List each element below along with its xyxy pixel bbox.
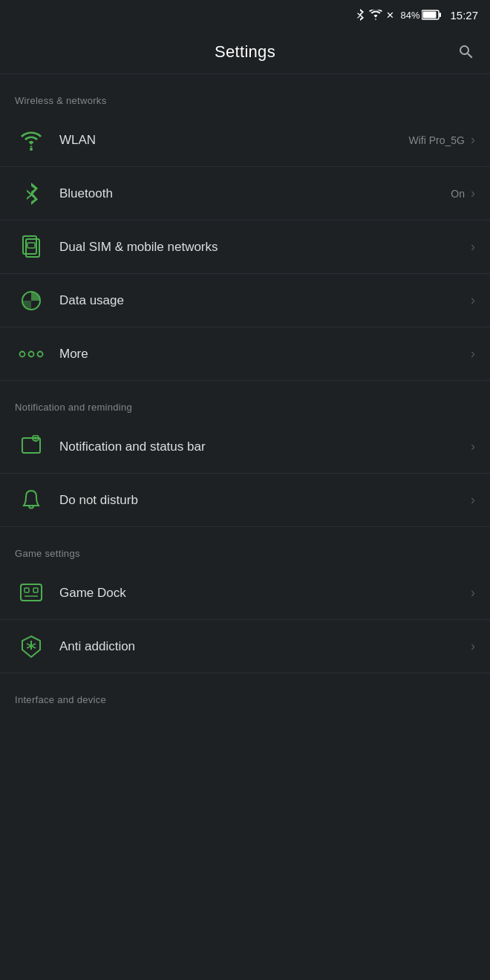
bluetooth-label: Bluetooth: [59, 186, 451, 201]
dual-sim-icon: [15, 231, 48, 264]
notification-bar-chevron: ›: [471, 439, 475, 454]
clock: 15:27: [450, 9, 478, 22]
dual-sim-label: Dual SIM & mobile networks: [59, 240, 465, 255]
dnd-label: Do not disturb: [59, 493, 465, 508]
settings-item-notification-bar[interactable]: Notification and status bar ›: [0, 420, 490, 474]
svg-rect-3: [423, 12, 437, 19]
bluetooth-status-icon: [355, 9, 365, 21]
status-icons: ✕ 84%: [355, 9, 441, 21]
section-header-game: Game settings: [0, 527, 490, 566]
data-usage-chevron: ›: [471, 293, 475, 308]
section-header-wireless: Wireless & networks: [0, 74, 490, 114]
bluetooth-icon: [15, 177, 48, 210]
settings-item-dnd[interactable]: Do not disturb ›: [0, 474, 490, 527]
settings-item-dual-sim[interactable]: Dual SIM & mobile networks ›: [0, 220, 490, 274]
dnd-icon: [15, 484, 48, 517]
wlan-icon: [15, 124, 48, 157]
data-usage-icon: [15, 284, 48, 317]
wlan-label: WLAN: [59, 133, 409, 148]
section-header-notification: Notification and reminding: [0, 381, 490, 420]
section-notification: Notification and reminding Notification …: [0, 381, 490, 527]
game-dock-label: Game Dock: [59, 586, 465, 601]
svg-point-11: [29, 351, 34, 356]
dual-sim-chevron: ›: [471, 239, 475, 255]
signal-status-icon: ✕: [386, 10, 396, 20]
battery-indicator: 84%: [400, 10, 441, 21]
notification-icon: [15, 431, 48, 463]
settings-item-anti-addiction[interactable]: Anti addiction ›: [0, 620, 490, 673]
wifi-status-icon: [369, 10, 382, 20]
section-interface: Interface and device: [0, 673, 490, 713]
settings-item-bluetooth[interactable]: Bluetooth On ›: [0, 167, 490, 220]
wlan-value: Wifi Pro_5G: [409, 134, 465, 146]
anti-addiction-chevron: ›: [471, 638, 475, 654]
data-usage-label: Data usage: [59, 293, 465, 308]
more-dots-icon: [15, 338, 48, 370]
svg-rect-17: [24, 588, 29, 592]
svg-rect-18: [33, 588, 38, 592]
more-chevron: ›: [471, 346, 475, 362]
status-bar: ✕ 84% 15:27: [0, 0, 490, 30]
settings-item-data-usage[interactable]: Data usage ›: [0, 274, 490, 327]
page-container: Wireless & networks WLAN Wifi Pro_5G ›: [0, 74, 490, 980]
svg-point-5: [30, 148, 33, 151]
wlan-chevron: ›: [471, 132, 475, 148]
anti-addiction-icon: [15, 630, 48, 663]
section-wireless: Wireless & networks WLAN Wifi Pro_5G ›: [0, 74, 490, 381]
app-bar-title: Settings: [215, 42, 275, 62]
settings-item-wlan[interactable]: WLAN Wifi Pro_5G ›: [0, 114, 490, 167]
svg-point-15: [34, 437, 37, 440]
svg-rect-8: [27, 243, 35, 248]
anti-addiction-label: Anti addiction: [59, 639, 465, 654]
settings-item-game-dock[interactable]: Game Dock ›: [0, 566, 490, 620]
bluetooth-value: On: [451, 188, 465, 200]
notification-bar-label: Notification and status bar: [59, 440, 465, 454]
game-dock-icon: [15, 577, 48, 610]
svg-rect-2: [440, 13, 442, 17]
section-game: Game settings Game Dock ›: [0, 527, 490, 673]
bluetooth-chevron: ›: [471, 186, 475, 201]
dnd-chevron: ›: [471, 492, 475, 508]
svg-rect-16: [21, 584, 42, 601]
svg-point-10: [20, 351, 25, 356]
game-dock-chevron: ›: [471, 585, 475, 601]
more-label: More: [59, 347, 465, 362]
section-header-interface: Interface and device: [0, 673, 490, 713]
settings-item-more[interactable]: More ›: [0, 327, 490, 381]
search-button[interactable]: [457, 43, 475, 61]
svg-point-12: [38, 351, 43, 356]
svg-text:✕: ✕: [386, 10, 394, 20]
app-bar: Settings: [0, 30, 490, 74]
